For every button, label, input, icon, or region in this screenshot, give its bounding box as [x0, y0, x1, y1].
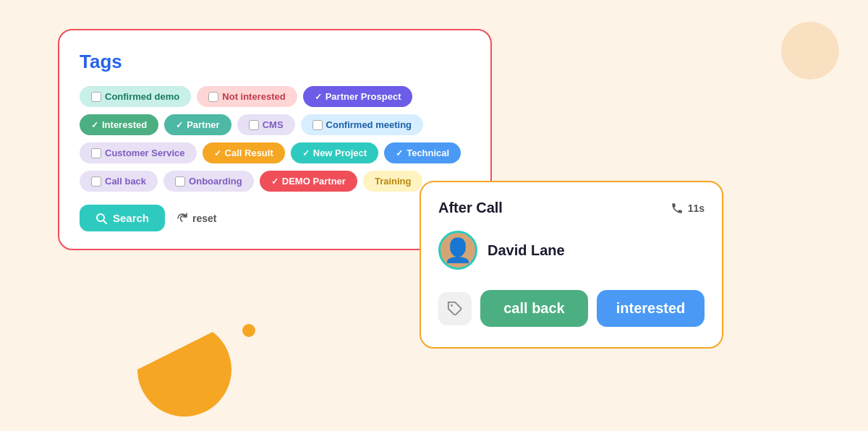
search-button[interactable]: Search [80, 205, 165, 231]
tag-partner-prospect[interactable]: ✓ Partner Prospect [303, 86, 413, 107]
tag-confirmed-demo[interactable]: Confirmed demo [80, 86, 191, 107]
search-row: Search reset [80, 205, 470, 231]
deco-circle [781, 22, 839, 80]
tag-partner[interactable]: ✓ Partner [164, 114, 231, 135]
tags-row-3: Customer Service ✓ Call Result ✓ New Pro… [80, 142, 470, 163]
after-call-header: After Call 11s [438, 200, 705, 216]
tag-checkbox [208, 92, 218, 102]
tag-not-interested[interactable]: Not interested [197, 86, 297, 107]
tag-confirmed-meeting[interactable]: Confirmed meeting [301, 114, 423, 135]
tag-checkbox [91, 92, 101, 102]
tag-onboarding[interactable]: Onboarding [163, 171, 254, 192]
svg-line-1 [103, 221, 106, 223]
call-timer: 11s [671, 202, 705, 215]
tag-demo-partner[interactable]: ✓ DEMO Partner [260, 171, 357, 192]
tag-call-back[interactable]: Call back [80, 171, 158, 192]
tag-icon [447, 301, 463, 317]
action-row: call back interested [438, 290, 705, 327]
tag-icon-button[interactable] [438, 292, 472, 325]
tag-interested[interactable]: ✓ Interested [80, 114, 158, 135]
deco-orange-dot [242, 324, 255, 337]
tags-row-2: ✓ Interested ✓ Partner CMS Confirmed mee… [80, 114, 470, 135]
tags-title: Tags [80, 51, 470, 73]
avatar: 👤 [438, 231, 477, 270]
user-name: David Lane [488, 242, 565, 259]
tag-customer-service[interactable]: Customer Service [80, 142, 197, 163]
svg-point-2 [451, 304, 453, 307]
after-call-title: After Call [438, 200, 503, 216]
call-back-button[interactable]: call back [480, 290, 588, 327]
reset-icon [176, 213, 188, 224]
tag-checkbox [91, 176, 101, 187]
phone-icon [671, 202, 684, 215]
tag-checkbox [175, 176, 185, 187]
tags-row-1: Confirmed demo Not interested ✓ Partner … [80, 86, 470, 107]
interested-button[interactable]: interested [597, 290, 705, 327]
tag-new-project[interactable]: ✓ New Project [291, 142, 378, 163]
after-call-card: After Call 11s 👤 David Lane call back in… [420, 181, 723, 349]
tag-checkbox [312, 120, 323, 130]
tags-grid: Confirmed demo Not interested ✓ Partner … [80, 86, 470, 192]
tag-call-result[interactable]: ✓ Call Result [203, 142, 285, 163]
tag-cms[interactable]: CMS [237, 114, 295, 135]
tag-checkbox [249, 120, 259, 130]
deco-orange-semicircle [137, 323, 231, 417]
search-icon [95, 213, 107, 224]
tag-technical[interactable]: ✓ Technical [384, 142, 461, 163]
tags-row-4: Call back Onboarding ✓ DEMO Partner Trai… [80, 171, 470, 192]
tag-training[interactable]: Training [363, 171, 423, 192]
reset-button[interactable]: reset [176, 213, 216, 224]
user-row: 👤 David Lane [438, 231, 705, 270]
tag-checkbox [91, 148, 101, 158]
